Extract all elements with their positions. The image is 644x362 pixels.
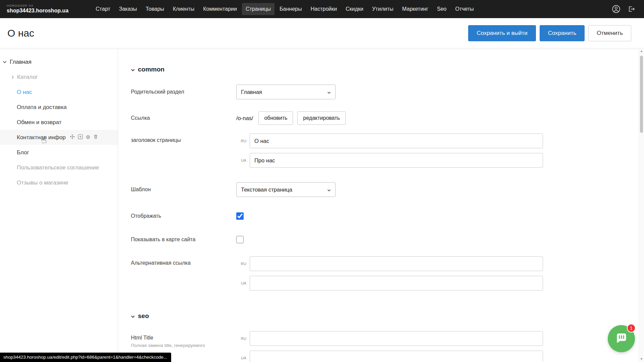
chat-icon (615, 332, 628, 346)
nav-start[interactable]: Старт (92, 3, 114, 15)
section-seo[interactable]: seo (131, 312, 644, 320)
tree-item-blog[interactable]: Блог (0, 145, 118, 160)
nav-seo[interactable]: Seo (433, 3, 450, 15)
tree-item-exchange-return[interactable]: Обмен и возврат (0, 115, 118, 130)
chevron-down-icon[interactable] (3, 61, 7, 63)
link-row: Ссылка /o-nas/ обновить редактировать (131, 111, 644, 125)
chat-unread-badge: 1 (627, 324, 636, 332)
tree-item-contact-info[interactable]: Контактная инфор ⚙ (0, 130, 118, 145)
scrollbar-thumb[interactable] (640, 56, 643, 133)
alt-link-row: Альтернативная ссылка RU UA (131, 256, 644, 291)
nav-pages[interactable]: Страницы (242, 3, 275, 15)
settings-icon[interactable]: ⚙ (86, 135, 90, 140)
nav-clients[interactable]: Клиенты (169, 3, 198, 15)
sitemap-checkbox[interactable] (236, 236, 244, 243)
html-title-ua-input[interactable] (250, 351, 543, 362)
vertical-scrollbar[interactable]: ▲ ▼ (639, 48, 644, 362)
tree-item-user-agreement[interactable]: Пользовательское соглашение (0, 160, 118, 175)
tree-item-store-reviews[interactable]: Отзывы о магазине (0, 175, 118, 190)
link-label: Ссылка (131, 115, 236, 121)
page-title-row: заголовок страницы RU UA (131, 134, 644, 168)
section-seo-label: seo (138, 312, 149, 320)
html-title-ru-input[interactable] (250, 331, 543, 346)
tree-item-label: Каталог (17, 74, 38, 81)
chevron-down-icon (131, 66, 135, 73)
page-title-ua-input[interactable] (250, 153, 543, 168)
nav-orders[interactable]: Заказы (115, 3, 141, 15)
nav-comments[interactable]: Комментарии (199, 3, 241, 15)
page-title: О нас (7, 28, 34, 39)
nav-settings[interactable]: Настройки (307, 3, 340, 15)
pages-tree-sidebar: Главная Каталог О нас Оплата и доставка … (0, 48, 118, 362)
save-and-exit-button[interactable]: Сохранить и выйти (468, 25, 536, 41)
topbar-right (612, 5, 637, 13)
alt-link-ua-input[interactable] (250, 276, 543, 291)
tree-item-label: Отзывы о магазине (17, 179, 68, 186)
refresh-link-button[interactable]: обновить (258, 111, 293, 125)
page-title-ru-input[interactable] (250, 134, 543, 148)
html-title-ru-row: RU (236, 331, 543, 346)
alt-link-ru-row: RU (236, 256, 543, 271)
delete-icon[interactable] (93, 134, 98, 141)
tree-item-label: Контактная инфор (17, 134, 66, 141)
tree-item-catalog[interactable]: Каталог (0, 69, 118, 85)
add-icon[interactable] (78, 134, 83, 141)
nav-discounts[interactable]: Скидки (342, 3, 367, 15)
html-title-inputs: RU UA (236, 331, 543, 362)
tree-item-label: Блог (17, 149, 29, 156)
display-label: Отображать (131, 213, 236, 219)
logout-icon[interactable] (627, 5, 635, 13)
section-common-label: common (138, 66, 164, 73)
section-common[interactable]: common (131, 66, 644, 73)
save-button[interactable]: Сохранить (540, 25, 585, 41)
cancel-button[interactable]: Отменить (588, 25, 631, 41)
ru-tag: RU (236, 337, 246, 341)
nav-banners[interactable]: Баннеры (276, 3, 305, 15)
chevron-right-icon[interactable] (11, 75, 14, 79)
parent-section-label: Родительский раздел (131, 89, 236, 95)
scroll-down-arrow-icon[interactable]: ▼ (639, 356, 644, 362)
status-url-tooltip: shop34423.horoshop.ua/edit/edit.php?id=6… (0, 353, 171, 362)
brand[interactable]: HOROSHOP V4 shop34423.horoshop.ua (7, 4, 68, 13)
tree-item-home[interactable]: Главная (0, 54, 118, 69)
top-navigation: Старт Заказы Товары Клиенты Комментарии … (92, 3, 605, 15)
page-title-ua-row: UA (236, 153, 543, 168)
template-label: Шаблон (131, 187, 236, 193)
move-icon[interactable] (70, 134, 75, 141)
nav-products[interactable]: Товары (142, 3, 168, 15)
ru-tag: RU (236, 262, 246, 266)
scroll-up-arrow-icon[interactable]: ▲ (639, 48, 644, 54)
page-title-inputs: RU UA (236, 134, 543, 168)
template-value: Текстовая страница (241, 187, 292, 193)
sitemap-label: Показывать в карте сайта (131, 237, 236, 243)
template-select[interactable]: Текстовая страница (236, 182, 336, 197)
chevron-down-icon (327, 89, 331, 95)
alt-link-label: Альтернативная ссылка (131, 256, 236, 266)
template-row: Шаблон Текстовая страница (131, 182, 644, 197)
tree-item-payment-delivery[interactable]: Оплата и доставка (0, 100, 118, 115)
nav-utilities[interactable]: Утилиты (368, 3, 397, 15)
display-checkbox[interactable] (236, 212, 244, 220)
html-title-label: Html Title Полная замена title, генериру… (131, 331, 236, 348)
nav-reports[interactable]: Отчеты (452, 3, 478, 15)
topbar: HOROSHOP V4 shop34423.horoshop.ua Старт … (0, 0, 644, 18)
page-edit-form: common Родительский раздел Главная Ссылк… (118, 48, 644, 362)
header-actions: Сохранить и выйти Сохранить Отменить (468, 25, 631, 41)
page-title-label: заголовок страницы (131, 134, 236, 143)
ru-tag: RU (236, 139, 246, 143)
tree-item-label: Главная (10, 59, 32, 65)
edit-link-button[interactable]: редактировать (297, 111, 345, 125)
tree-item-label: Обмен и возврат (17, 119, 61, 126)
app-root: HOROSHOP V4 shop34423.horoshop.ua Старт … (0, 0, 644, 362)
alt-link-ru-input[interactable] (250, 256, 543, 271)
brand-domain: shop34423.horoshop.ua (7, 8, 68, 14)
tree-item-label: О нас (17, 89, 32, 96)
tree-item-about[interactable]: О нас (0, 85, 118, 100)
account-icon[interactable] (612, 5, 621, 13)
tree-item-label: Пользовательское соглашение (17, 164, 99, 171)
chat-widget-button[interactable]: 1 (608, 325, 635, 352)
sitemap-row: Показывать в карте сайта (131, 236, 644, 243)
nav-marketing[interactable]: Маркетинг (398, 3, 432, 15)
tree-item-actions: ⚙ (70, 134, 98, 141)
parent-section-select[interactable]: Главная (236, 85, 336, 99)
